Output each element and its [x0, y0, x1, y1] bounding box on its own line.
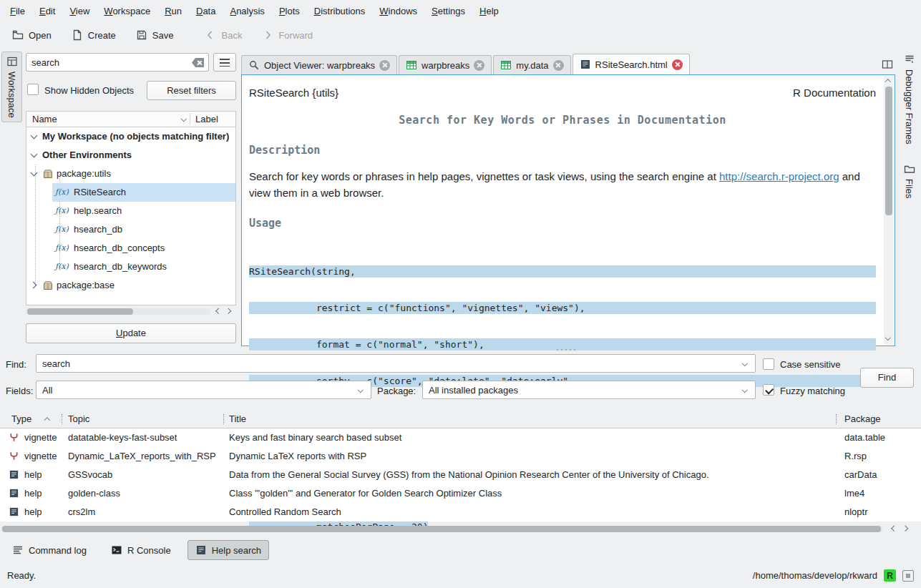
scroll-left-icon[interactable]: [890, 526, 897, 533]
column-separator[interactable]: [836, 414, 837, 424]
open-button[interactable]: Open: [7, 26, 57, 44]
help-search-bar: Find: search Case sensitive Find Fields:…: [0, 352, 921, 408]
result-row[interactable]: help golden-class Class '"golden"' and G…: [0, 484, 921, 503]
menu-windows-label: Windows: [379, 6, 417, 16]
show-hidden-objects-checkbox[interactable]: [27, 84, 39, 95]
tree-item-my-workspace[interactable]: My Workspace (no objects matching filter…: [26, 127, 235, 146]
create-button[interactable]: Create: [67, 26, 121, 44]
tree-item-hsearch-db-keywords[interactable]: ƒ(x) hsearch_db_keywords: [26, 258, 235, 276]
menu-view[interactable]: View: [62, 1, 97, 21]
fields-combobox[interactable]: All: [36, 381, 371, 399]
back-button[interactable]: Back: [200, 26, 247, 44]
expander-closed-icon[interactable]: [31, 282, 38, 289]
scroll-right-icon[interactable]: [226, 308, 233, 315]
reset-filters-button[interactable]: Reset filters: [147, 81, 236, 100]
tab-rsitesearch-html[interactable]: RSiteSearch.html: [572, 54, 690, 74]
tree-item-label: package:utils: [57, 168, 111, 179]
close-tab-icon[interactable]: [379, 60, 390, 71]
tree-item-other-environments[interactable]: Other Environments: [26, 146, 235, 165]
tab-object-viewer-warpbreaks[interactable]: Object Viewer: warpbreaks: [241, 55, 397, 74]
result-row[interactable]: help crs2lm Controlled Random Search nlo…: [0, 503, 921, 521]
close-tab-icon[interactable]: [672, 59, 683, 70]
menu-help[interactable]: Help: [472, 1, 506, 21]
tree-item-package-utils[interactable]: package:utils: [26, 165, 235, 183]
code-line: format = c("normal", "short"),: [249, 338, 876, 351]
search-options-button[interactable]: [213, 53, 236, 72]
update-button[interactable]: Update: [26, 323, 236, 343]
scrollbar-handle[interactable]: [27, 308, 133, 315]
tab-my-data[interactable]: my.data: [493, 55, 570, 74]
forward-button-label: Forward: [278, 30, 313, 41]
tree-item-package-base[interactable]: package:base: [26, 276, 235, 295]
toolview-label: Help search: [212, 545, 261, 556]
scroll-left-icon[interactable]: [215, 308, 222, 315]
menu-settings[interactable]: Settings: [424, 1, 472, 21]
result-row[interactable]: vignette datatable-keys-fast-subset Keys…: [0, 428, 921, 447]
column-header-type[interactable]: Type: [11, 413, 31, 424]
toolview-command-log[interactable]: Command log: [4, 540, 94, 560]
menu-file[interactable]: File: [3, 1, 32, 21]
column-header-topic[interactable]: Topic: [68, 413, 89, 424]
tree-item-hsearch-db-concepts[interactable]: ƒ(x) hsearch_db_concepts: [26, 239, 235, 258]
toolview-help-search[interactable]: Help search: [187, 540, 269, 560]
tree-item-help-search[interactable]: ƒ(x) help.search: [26, 202, 235, 220]
tree-item-hsearch-db[interactable]: ƒ(x) hsearch_db: [26, 220, 235, 239]
object-list-header: Name Label: [26, 111, 236, 127]
object-search-input[interactable]: [26, 53, 209, 72]
scroll-right-icon[interactable]: [903, 526, 910, 533]
column-header-label[interactable]: Label: [195, 114, 218, 124]
dock-tab-workspace[interactable]: Workspace: [1, 52, 22, 122]
expander-open-icon[interactable]: [31, 170, 38, 177]
function-icon: ƒ(x): [55, 206, 69, 215]
package-combobox[interactable]: All installed packages: [422, 381, 756, 399]
menu-workspace[interactable]: Workspace: [97, 1, 157, 21]
result-row[interactable]: help GSSvocab Data from the General Soci…: [0, 466, 921, 484]
scroll-up-icon[interactable]: [885, 78, 892, 85]
menu-edit[interactable]: Edit: [32, 1, 62, 21]
menu-distributions[interactable]: Distributions: [307, 1, 373, 21]
column-header-name[interactable]: Name: [32, 114, 57, 124]
find-button[interactable]: Find: [860, 368, 914, 388]
scrollbar-handle[interactable]: [885, 87, 892, 215]
result-type: help: [24, 469, 42, 480]
column-header-title[interactable]: Title: [229, 413, 246, 424]
menu-analysis[interactable]: Analysis: [223, 1, 271, 21]
toolview-r-console[interactable]: R Console: [103, 540, 179, 560]
menu-data[interactable]: Data: [189, 1, 223, 21]
menu-windows[interactable]: Windows: [372, 1, 424, 21]
forward-button[interactable]: Forward: [257, 26, 318, 44]
dock-tab-files[interactable]: Files: [902, 160, 917, 202]
scrollbar-handle[interactable]: [2, 526, 881, 532]
scroll-down-icon[interactable]: [885, 335, 892, 343]
search-r-project-link[interactable]: http://search.r-project.org: [719, 170, 839, 182]
close-tab-icon[interactable]: [553, 60, 564, 71]
find-term-combobox[interactable]: search: [36, 354, 756, 373]
result-row[interactable]: vignette Dynamic_LaTeX_reports_with_RSP …: [0, 447, 921, 466]
menu-data-label: Data: [196, 6, 215, 16]
expander-open-icon[interactable]: [31, 152, 38, 159]
splitter-handle[interactable]: [557, 349, 558, 351]
code-line: RSiteSearch(string,: [249, 265, 876, 278]
close-tab-icon[interactable]: [474, 60, 484, 71]
expander-open-icon[interactable]: [31, 133, 38, 140]
menu-plots[interactable]: Plots: [272, 1, 307, 21]
result-topic: crs2lm: [68, 506, 95, 517]
engine-status-icon[interactable]: [902, 570, 914, 582]
split-view-icon: [882, 59, 893, 70]
tab-warpbreaks[interactable]: warpbreaks: [399, 55, 492, 74]
result-title: Class '"golden"' and Generator for Golde…: [229, 488, 502, 499]
usage-heading: Usage: [249, 217, 876, 230]
function-icon: ƒ(x): [55, 225, 69, 234]
column-separator[interactable]: [62, 414, 62, 424]
menu-run[interactable]: Run: [157, 1, 189, 21]
tree-item-rsitesearch[interactable]: ƒ(x) RSiteSearch: [26, 183, 235, 202]
column-separator[interactable]: [223, 414, 224, 424]
column-header-package[interactable]: Package: [844, 413, 881, 424]
column-divider[interactable]: [190, 113, 190, 125]
split-view-button[interactable]: [879, 57, 895, 72]
case-sensitive-checkbox[interactable]: [763, 358, 774, 370]
fuzzy-matching-checkbox[interactable]: [763, 384, 774, 396]
save-button[interactable]: Save: [131, 26, 179, 44]
dock-tab-debugger-frames[interactable]: Debugger Frames: [902, 50, 917, 148]
r-engine-status-badge[interactable]: R: [884, 569, 896, 582]
